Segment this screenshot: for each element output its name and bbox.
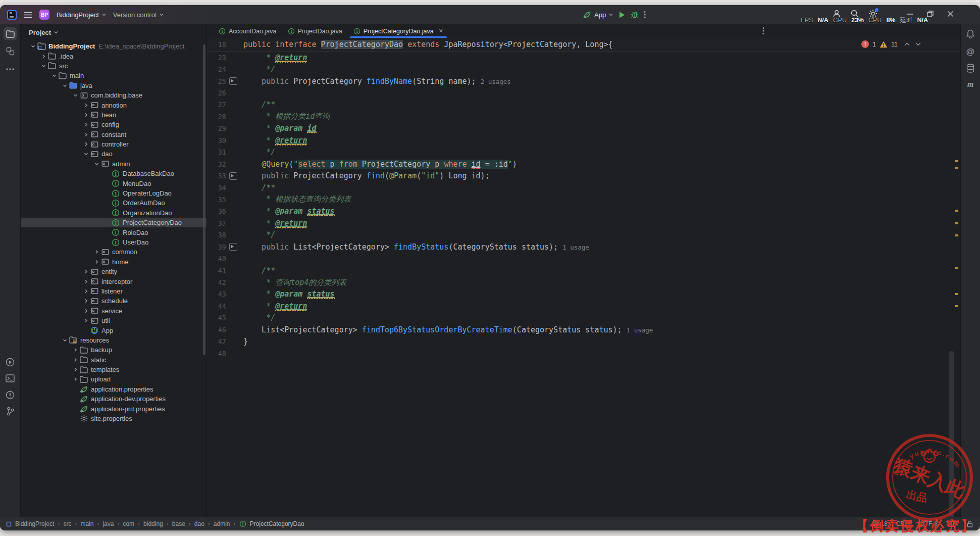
query-method-gutter-icon[interactable] bbox=[226, 172, 240, 180]
code-line[interactable]: 28 * 根据分类id查询 bbox=[207, 111, 960, 122]
editor-tab[interactable]: IAccountDao.java bbox=[213, 24, 282, 38]
next-issue-icon[interactable] bbox=[915, 42, 921, 46]
project-tree-item[interactable]: backup bbox=[21, 345, 207, 355]
code-line[interactable]: 32 @Query("select p from ProjectCategory… bbox=[207, 158, 960, 170]
editor-tab[interactable]: IProjectCategoryDao.java✕ bbox=[348, 24, 449, 38]
code-line[interactable]: 30 * @return bbox=[207, 134, 960, 146]
breadcrumb-item[interactable]: main bbox=[80, 520, 93, 527]
project-panel-header[interactable]: Project bbox=[21, 24, 207, 40]
main-menu-button[interactable] bbox=[24, 12, 32, 18]
project-tree-item[interactable]: IOrderAuthDao bbox=[21, 198, 207, 208]
status-item[interactable]: CRLF bbox=[896, 520, 912, 527]
project-tree-item[interactable]: IUserDao bbox=[21, 237, 207, 247]
chevron-right-icon[interactable] bbox=[71, 356, 79, 364]
structure-tool-icon[interactable] bbox=[4, 44, 17, 58]
code-line[interactable]: 34 /** bbox=[207, 182, 960, 193]
project-tree-item[interactable]: App bbox=[21, 325, 207, 335]
code-line[interactable]: 18public interface ProjectCategoryDao ex… bbox=[207, 38, 960, 51]
chevron-right-icon[interactable] bbox=[82, 277, 90, 285]
project-tree-item[interactable]: IOrganizationDao bbox=[21, 208, 207, 218]
code-editor[interactable]: 18public interface ProjectCategoryDao ex… bbox=[207, 38, 960, 517]
chevron-down-icon[interactable] bbox=[61, 81, 69, 89]
problems-tool-icon[interactable] bbox=[4, 388, 17, 402]
code-line[interactable]: 26 bbox=[207, 87, 960, 99]
warning-stripe-mark[interactable] bbox=[955, 305, 958, 307]
code-line[interactable]: 38 */ bbox=[207, 229, 960, 241]
terminal-tool-icon[interactable] bbox=[4, 372, 17, 385]
chevron-down-icon[interactable] bbox=[92, 160, 100, 168]
services-tool-icon[interactable] bbox=[4, 356, 17, 369]
project-tree-item[interactable]: site.properties bbox=[21, 414, 207, 423]
project-tree-item[interactable]: IOperaterLogDao bbox=[21, 188, 207, 198]
editor-scrollbar[interactable] bbox=[949, 351, 954, 517]
chevron-right-icon[interactable] bbox=[92, 258, 100, 266]
chevron-right-icon[interactable] bbox=[39, 52, 47, 60]
chevron-down-icon[interactable] bbox=[71, 91, 79, 100]
warning-stripe-mark[interactable] bbox=[955, 167, 958, 169]
chevron-right-icon[interactable] bbox=[82, 268, 90, 276]
code-line[interactable]: 43 * @param status bbox=[207, 288, 960, 300]
breadcrumb-item[interactable]: base bbox=[172, 520, 185, 527]
breadcrumb-item[interactable]: BiddingProject bbox=[15, 520, 54, 527]
chevron-right-icon[interactable] bbox=[82, 317, 90, 325]
notifications-bell-icon[interactable] bbox=[964, 27, 977, 40]
project-panel-scrollbar[interactable] bbox=[203, 44, 205, 355]
warning-stripe-mark[interactable] bbox=[955, 222, 958, 224]
project-tree-item[interactable]: application-prd.properties bbox=[21, 404, 207, 413]
project-tree-item[interactable]: resources bbox=[21, 335, 207, 345]
ai-assistant-icon[interactable]: @ bbox=[964, 45, 977, 59]
project-tree-item[interactable]: schedule bbox=[21, 296, 207, 306]
tab-close-icon[interactable]: ✕ bbox=[439, 28, 443, 34]
code-line[interactable]: 27 /** bbox=[207, 99, 960, 111]
code-line[interactable]: 40 bbox=[207, 253, 960, 264]
status-item[interactable]: UTF-8 bbox=[920, 520, 938, 527]
git-tool-icon[interactable] bbox=[4, 405, 17, 418]
prev-issue-icon[interactable] bbox=[904, 42, 910, 46]
code-line[interactable]: 48 bbox=[207, 348, 960, 359]
breadcrumbs[interactable]: BiddingProject›src›main›java›com›bidding… bbox=[6, 520, 304, 527]
project-tree-item[interactable]: IMenuDao bbox=[21, 178, 207, 188]
chevron-right-icon[interactable] bbox=[82, 140, 90, 149]
code-line[interactable]: 23 * @return bbox=[207, 52, 960, 63]
warning-stripe-mark[interactable] bbox=[955, 293, 958, 295]
project-tree-item[interactable]: constant bbox=[21, 130, 207, 139]
project-tree-item[interactable]: dao bbox=[21, 149, 207, 159]
chevron-right-icon[interactable] bbox=[82, 111, 90, 119]
project-tree-item[interactable]: admin bbox=[21, 159, 207, 169]
project-tree-item[interactable]: upload bbox=[21, 374, 207, 384]
tab-options-icon[interactable] bbox=[762, 27, 764, 35]
chevron-down-icon[interactable] bbox=[39, 62, 47, 70]
maven-tool-icon[interactable]: m bbox=[964, 78, 977, 91]
code-line[interactable]: 24 */ bbox=[207, 63, 960, 75]
project-switcher[interactable]: BiddingProject bbox=[57, 11, 106, 19]
project-tree-item[interactable]: annotion bbox=[21, 100, 207, 110]
code-line[interactable]: 25 public ProjectCategory findByName(Str… bbox=[207, 75, 960, 87]
project-tree-item[interactable]: IDatabaseBakDao bbox=[21, 169, 207, 178]
project-tree-item[interactable]: IProjectCategoryDao bbox=[21, 218, 207, 227]
chevron-right-icon[interactable] bbox=[82, 287, 90, 295]
project-tree-item[interactable]: home bbox=[21, 257, 207, 267]
chevron-right-icon[interactable] bbox=[71, 375, 79, 383]
code-line[interactable]: 41 /** bbox=[207, 265, 960, 276]
chevron-right-icon[interactable] bbox=[71, 346, 79, 354]
inspections-widget[interactable]: ! 1 11 bbox=[861, 40, 921, 48]
sticky-line[interactable]: 18public interface ProjectCategoryDao ex… bbox=[207, 38, 960, 52]
close-button[interactable] bbox=[946, 9, 955, 18]
run-configuration-selector[interactable]: App bbox=[583, 11, 613, 19]
breadcrumb-item[interactable]: bidding bbox=[143, 520, 163, 527]
chevron-right-icon[interactable] bbox=[92, 248, 100, 256]
chevron-down-icon[interactable] bbox=[61, 336, 69, 344]
breadcrumb-item[interactable]: dao bbox=[194, 520, 204, 527]
chevron-down-icon[interactable] bbox=[29, 42, 37, 51]
more-tool-windows-icon[interactable] bbox=[4, 63, 17, 76]
chevron-right-icon[interactable] bbox=[82, 130, 90, 138]
project-tree-item[interactable]: bean bbox=[21, 110, 207, 120]
chevron-right-icon[interactable] bbox=[82, 307, 90, 315]
project-tree-item[interactable]: config bbox=[21, 120, 207, 129]
breadcrumb-item[interactable]: java bbox=[102, 520, 114, 527]
project-tree-item[interactable]: static bbox=[21, 355, 207, 365]
project-tree-item[interactable]: interceptor bbox=[21, 276, 207, 286]
code-line[interactable]: 36 * @param status bbox=[207, 206, 960, 217]
code-line[interactable]: 31 */ bbox=[207, 147, 960, 158]
project-tree-item[interactable]: util bbox=[21, 316, 207, 325]
